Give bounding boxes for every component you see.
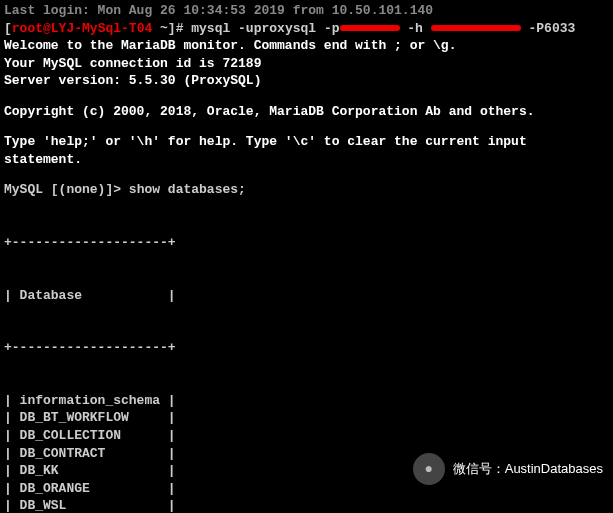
last-login-line: Last login: Mon Aug 26 10:34:53 2019 fro…	[4, 2, 609, 20]
mysql-prompt-line[interactable]: MySQL [(none)]> show databases;	[4, 181, 609, 199]
welcome-line-1: Welcome to the MariaDB monitor. Commands…	[4, 37, 609, 55]
prompt-user-host: root@LYJ-MySql-T04	[12, 21, 152, 36]
table-row: | DB_BT_WORKFLOW |	[4, 409, 609, 427]
welcome-line-3: Server version: 5.5.30 (ProxySQL)	[4, 72, 609, 90]
table-header: | Database |	[4, 287, 609, 305]
watermark: ● 微信号：AustinDatabases	[413, 453, 603, 485]
prompt-close: ]#	[168, 21, 191, 36]
welcome-line-2: Your MySQL connection id is 72189	[4, 55, 609, 73]
watermark-value: AustinDatabases	[505, 461, 603, 476]
redacted-password	[340, 25, 400, 31]
table-row: | DB_WSL |	[4, 497, 609, 513]
shell-command-part1: mysql -uproxysql -p	[191, 21, 339, 36]
table-row: | information_schema |	[4, 392, 609, 410]
copyright-line: Copyright (c) 2000, 2018, Oracle, MariaD…	[4, 103, 609, 121]
table-row: | DB_COLLECTION |	[4, 427, 609, 445]
prompt-path: ~	[152, 21, 168, 36]
help-line: Type 'help;' or '\h' for help. Type '\c'…	[4, 133, 609, 168]
shell-prompt-line: [root@LYJ-MySql-T04 ~]# mysql -uproxysql…	[4, 20, 609, 38]
shell-command-part2: -h	[400, 21, 431, 36]
redacted-host	[431, 25, 521, 31]
wechat-icon: ●	[413, 453, 445, 485]
watermark-text: 微信号：AustinDatabases	[453, 460, 603, 478]
mysql-command: show databases;	[129, 182, 246, 197]
shell-command-part3: -P6033	[521, 21, 576, 36]
table-border-top: +--------------------+	[4, 234, 609, 252]
table-border-mid: +--------------------+	[4, 339, 609, 357]
prompt-open: [	[4, 21, 12, 36]
watermark-label: 微信号：	[453, 461, 505, 476]
mysql-prompt-label: MySQL [(none)]>	[4, 182, 129, 197]
